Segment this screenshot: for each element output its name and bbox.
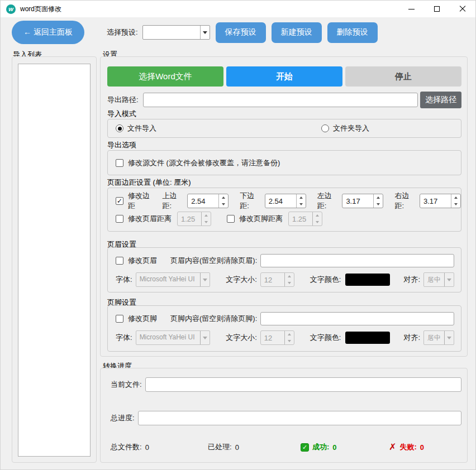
export-options-title: 导出选项 — [107, 140, 136, 150]
export-path-row: 导出路径: 选择路径 — [107, 92, 461, 108]
header-distance-input[interactable] — [178, 212, 201, 226]
stop-button[interactable]: 停止 — [345, 66, 461, 87]
header-font-combobox[interactable]: Microsoft YaHei UI — [136, 272, 211, 287]
spin-down-icon[interactable] — [285, 338, 294, 344]
margins-title: 页面边距设置 (单位: 厘米) — [107, 178, 191, 188]
footer-size-input[interactable] — [261, 331, 284, 344]
window-title: word页面修改 — [20, 4, 61, 14]
left-margin-spin-buttons — [373, 194, 383, 208]
footer-align-dropdown-button[interactable] — [444, 331, 454, 344]
footer-size-spinner — [260, 330, 294, 345]
header-color-label: 文字颜色: — [310, 275, 341, 285]
footer-align-label: 对齐: — [403, 333, 420, 343]
processed-stat: 已处理: 0 — [208, 442, 239, 452]
footer-distance-checkbox-item[interactable]: 修改页脚距离 — [227, 214, 283, 224]
total-files-stat: 总文件数: 0 — [111, 442, 149, 452]
footer-row-2: 字体: Microsoft YaHei UI 文字大小: 文字颜色: 对齐: 居… — [116, 329, 454, 346]
spin-down-icon[interactable] — [219, 201, 228, 208]
footer-content-input[interactable] — [260, 312, 454, 325]
modify-header-checkbox[interactable] — [116, 257, 123, 265]
spin-up-icon[interactable] — [297, 194, 306, 201]
minimize-icon — [408, 9, 415, 9]
modify-source-label: 修改源文件 (源文件会被修改覆盖，请注意备份) — [128, 158, 280, 168]
minimize-button[interactable] — [398, 1, 424, 17]
modify-margins-checkbox-item[interactable]: 修改边距 — [116, 191, 151, 211]
modify-source-checkbox[interactable] — [116, 159, 123, 167]
fail-stat: 失败: 0 — [389, 442, 424, 452]
footer-font-dropdown-button[interactable] — [200, 331, 210, 344]
new-preset-button[interactable]: 新建预设 — [272, 22, 322, 43]
back-to-main-button[interactable]: ← 返回主面板 — [12, 21, 84, 44]
select-path-button[interactable]: 选择路径 — [420, 92, 461, 108]
import-file-listbox[interactable] — [18, 64, 91, 457]
header-size-input[interactable] — [261, 273, 284, 286]
header-size-spinner — [260, 272, 294, 287]
modify-footer-checkbox-item[interactable]: 修改页脚 — [116, 314, 157, 324]
top-margin-input[interactable] — [188, 194, 218, 208]
modify-footer-label: 修改页脚 — [128, 314, 157, 324]
radio-selected-icon[interactable] — [116, 124, 123, 132]
left-margin-input[interactable] — [342, 194, 373, 208]
fail-label: 失败: — [399, 442, 416, 452]
fail-x-icon — [389, 443, 396, 452]
radio-file-import[interactable]: 文件导入 — [116, 123, 156, 133]
header-distance-checkbox[interactable] — [116, 215, 123, 223]
preset-combobox-value — [143, 26, 200, 39]
radio-unselected-icon[interactable] — [321, 124, 329, 132]
close-button[interactable] — [450, 1, 475, 17]
modify-header-checkbox-item[interactable]: 修改页眉 — [116, 256, 157, 266]
footer-align-combobox[interactable]: 居中 — [423, 330, 454, 345]
header-distance-checkbox-item[interactable]: 修改页眉距离 — [116, 214, 172, 224]
footer-distance-checkbox[interactable] — [227, 215, 235, 223]
footer-text-color-swatch[interactable] — [345, 332, 390, 344]
right-margin-spin-buttons — [451, 194, 460, 208]
spin-down-icon[interactable] — [374, 201, 383, 208]
spin-down-icon[interactable] — [313, 219, 322, 226]
preset-dropdown-button[interactable] — [200, 26, 210, 39]
spin-up-icon[interactable] — [219, 194, 228, 201]
total-progress-row: 总进度: — [111, 411, 461, 425]
footer-distance-input[interactable] — [289, 212, 312, 226]
save-preset-button[interactable]: 保存预设 — [216, 22, 266, 43]
total-files-label: 总文件数: — [111, 442, 142, 452]
spin-down-icon[interactable] — [297, 201, 306, 208]
spin-up-icon[interactable] — [285, 273, 294, 280]
spin-down-icon[interactable] — [451, 201, 460, 208]
modify-footer-checkbox[interactable] — [116, 315, 123, 323]
spin-up-icon[interactable] — [374, 194, 383, 201]
app-logo-icon — [6, 4, 16, 14]
spin-up-icon[interactable] — [202, 212, 211, 219]
header-content-input[interactable] — [260, 254, 454, 267]
margins-row-1: 修改边距 上边距: 下边距: 左边距: — [116, 193, 461, 209]
start-button[interactable]: 开始 — [226, 66, 342, 87]
bottom-margin-input[interactable] — [265, 194, 296, 208]
right-margin-input[interactable] — [420, 194, 451, 208]
import-mode-title: 导入模式 — [107, 109, 136, 119]
bottom-margin-spinner — [265, 194, 306, 208]
header-align-dropdown-button[interactable] — [444, 273, 454, 286]
delete-preset-button[interactable]: 删除预设 — [327, 22, 378, 43]
spin-up-icon[interactable] — [285, 331, 294, 338]
modify-source-checkbox-item[interactable]: 修改源文件 (源文件会被修改覆盖，请注意备份) — [116, 158, 280, 168]
header-align-combobox[interactable]: 居中 — [423, 272, 454, 287]
modify-margins-label: 修改边距 — [128, 191, 151, 211]
maximize-button[interactable] — [424, 1, 450, 17]
export-path-input[interactable] — [143, 93, 418, 107]
header-text-color-swatch[interactable] — [345, 274, 390, 286]
header-size-label: 文字大小: — [226, 275, 257, 285]
radio-folder-import-label: 文件夹导入 — [333, 123, 369, 133]
footer-font-combobox[interactable]: Microsoft YaHei UI — [136, 330, 211, 345]
header-font-dropdown-button[interactable] — [200, 273, 210, 286]
radio-folder-import[interactable]: 文件夹导入 — [321, 123, 369, 133]
header-content-label: 页眉内容(留空则清除页眉): — [170, 256, 257, 266]
spin-up-icon[interactable] — [313, 212, 322, 219]
export-options-box: 修改源文件 (源文件会被修改覆盖，请注意备份) — [107, 150, 461, 175]
spin-down-icon[interactable] — [285, 280, 294, 286]
preset-combobox[interactable] — [142, 25, 210, 40]
select-word-files-button[interactable]: 选择Word文件 — [107, 66, 223, 87]
spin-up-icon[interactable] — [451, 194, 460, 201]
import-mode-box: 文件导入 文件夹导入 — [107, 119, 461, 138]
toolbar: ← 返回主面板 选择预设: 保存预设 新建预设 删除预设 — [12, 21, 467, 44]
spin-down-icon[interactable] — [202, 219, 211, 226]
modify-margins-checkbox[interactable] — [116, 197, 123, 205]
